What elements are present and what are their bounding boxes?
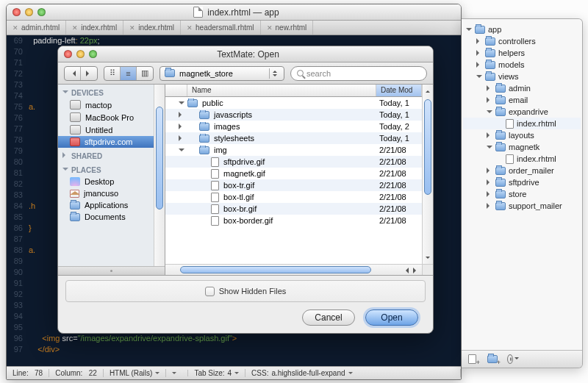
close-tab-icon[interactable]: ✕ [12, 24, 18, 32]
icon-view-button[interactable]: ⠿ [104, 67, 121, 80]
titlebar[interactable]: index.rhtml — app [7, 4, 461, 21]
close-icon[interactable] [64, 50, 72, 58]
tree-item[interactable]: index.rhtml [463, 153, 581, 165]
scroll-up-icon[interactable] [425, 86, 431, 95]
tree-item[interactable]: expandrive [463, 106, 581, 118]
dialog-titlebar[interactable]: TextMate: Open [58, 46, 433, 62]
disclosure-triangle-icon[interactable] [487, 97, 492, 103]
tree-item[interactable]: store [463, 188, 581, 200]
file-row[interactable]: magnetk.gif2/21/08 [165, 168, 422, 179]
language-selector[interactable]: HTML (Rails) [104, 369, 167, 377]
tree-item[interactable]: sftpdrive [463, 176, 581, 188]
resize-handle[interactable] [422, 264, 433, 275]
disclosure-triangle-icon[interactable] [179, 135, 184, 141]
sidebar-item[interactable]: jmancuso [58, 187, 165, 199]
file-row[interactable]: box-tr.gif2/21/08 [165, 179, 422, 191]
close-tab-icon[interactable]: ✕ [72, 24, 78, 32]
tree-item[interactable]: email [463, 94, 581, 106]
sidebar-resize-handle[interactable] [58, 266, 165, 275]
file-row[interactable]: javascriptsToday, 1 [165, 109, 422, 121]
document-tab[interactable]: ✕headersmall.rhtml [181, 21, 260, 35]
tree-item[interactable]: app [463, 24, 581, 35]
close-tab-icon[interactable]: ✕ [267, 24, 273, 32]
path-popup[interactable]: magnetk_store [159, 66, 284, 81]
sidebar-item[interactable]: Untitled [58, 124, 165, 136]
sidebar-item[interactable]: mactop [58, 99, 165, 111]
file-row[interactable]: imagesToday, 2 [165, 121, 422, 132]
document-tab[interactable]: ✕index.rhtml [66, 21, 123, 35]
minimize-icon[interactable] [25, 8, 33, 16]
tree-item[interactable]: support_mailer [463, 200, 581, 212]
tree-item[interactable]: order_mailer [463, 165, 581, 176]
scroll-right-icon[interactable] [412, 266, 420, 274]
disclosure-triangle-icon[interactable] [179, 148, 184, 154]
new-file-icon[interactable]: + [466, 354, 478, 365]
disclosure-triangle-icon[interactable] [487, 132, 492, 138]
document-tab[interactable]: ✕new.rhtml [261, 21, 314, 35]
file-row[interactable]: box-br.gif2/21/08 [165, 203, 422, 215]
disclosure-triangle-icon[interactable] [179, 101, 184, 107]
scrollbar-vertical[interactable] [422, 85, 433, 264]
tree-item[interactable]: helpers [463, 47, 581, 59]
show-hidden-checkbox[interactable] [205, 287, 215, 296]
list-view-button[interactable]: ≡ [121, 67, 137, 80]
close-tab-icon[interactable]: ✕ [129, 24, 135, 32]
col-name[interactable]: Name [187, 85, 376, 96]
scroll-left-icon[interactable] [401, 266, 410, 274]
tab-size-selector[interactable]: Tab Size: 4 [188, 369, 245, 377]
col-disclosure[interactable] [165, 85, 187, 96]
project-tree[interactable]: appcontrollershelpersmodelsviewsadminema… [462, 19, 582, 350]
sidebar-item[interactable]: Applications [58, 199, 165, 211]
disclosure-triangle-icon[interactable] [476, 62, 482, 68]
file-row[interactable]: img2/21/08 [165, 144, 422, 156]
tree-item[interactable]: magnetk [463, 141, 581, 153]
disclosure-triangle-icon[interactable] [179, 112, 184, 118]
file-row[interactable]: sftpdrive.gif2/21/08 [165, 156, 422, 168]
cancel-button[interactable]: Cancel [302, 309, 355, 326]
search-input[interactable]: search [290, 66, 427, 81]
scrollbar-vertical[interactable] [154, 85, 165, 275]
tree-item[interactable]: controllers [463, 35, 581, 47]
zoom-icon[interactable] [37, 8, 46, 16]
sidebar-item[interactable]: Documents [58, 211, 165, 223]
file-row[interactable]: box-border.gif2/21/08 [165, 215, 422, 226]
file-row[interactable]: publicToday, 1 [165, 97, 422, 109]
file-list-header[interactable]: Name Date Mod [165, 85, 422, 97]
disclosure-triangle-icon[interactable] [487, 191, 492, 197]
sidebar-group-header[interactable]: SHARED [58, 148, 165, 162]
symbol-selector[interactable]: CSS: a.highslide-full-expand [245, 369, 461, 377]
close-tab-icon[interactable]: ✕ [187, 24, 193, 32]
forward-button[interactable] [81, 67, 97, 80]
disclosure-triangle-icon[interactable] [487, 110, 492, 116]
tree-item[interactable]: admin [463, 82, 581, 94]
disclosure-triangle-icon[interactable] [466, 28, 472, 34]
document-tab[interactable]: ✕admin.rhtml [7, 21, 66, 35]
disclosure-triangle-icon[interactable] [179, 124, 184, 129]
disclosure-triangle-icon[interactable] [487, 203, 492, 209]
disclosure-triangle-icon[interactable] [487, 179, 492, 185]
disclosure-triangle-icon[interactable] [476, 75, 482, 81]
col-date[interactable]: Date Mod [376, 85, 422, 96]
sidebar-group-header[interactable]: DEVICES [58, 85, 165, 99]
tree-item[interactable]: views [463, 71, 581, 82]
file-row[interactable]: box-tl.gif2/21/08 [165, 191, 422, 203]
sidebar-item[interactable]: sftpdrive.com [58, 136, 165, 148]
open-button[interactable]: Open [365, 309, 418, 326]
tree-item[interactable]: layouts [463, 129, 581, 141]
document-tab[interactable]: ✕index.rhtml [123, 21, 181, 35]
tree-item[interactable]: index.rhtml [463, 118, 581, 129]
disclosure-triangle-icon[interactable] [476, 50, 482, 56]
sidebar-item[interactable]: MacBook Pro [58, 111, 165, 124]
close-icon[interactable] [12, 8, 21, 16]
gear-icon[interactable] [507, 354, 519, 365]
back-button[interactable] [65, 67, 81, 80]
new-folder-icon[interactable]: + [487, 354, 498, 365]
minimize-icon[interactable] [76, 50, 85, 58]
disclosure-triangle-icon[interactable] [476, 38, 482, 44]
file-row[interactable]: stylesheetsToday, 1 [165, 132, 422, 144]
column-view-button[interactable]: ▥ [137, 67, 153, 80]
tree-item[interactable]: models [463, 59, 581, 71]
disclosure-triangle-icon[interactable] [487, 168, 492, 173]
disclosure-triangle-icon[interactable] [487, 146, 492, 151]
sidebar-group-header[interactable]: PLACES [58, 162, 165, 176]
